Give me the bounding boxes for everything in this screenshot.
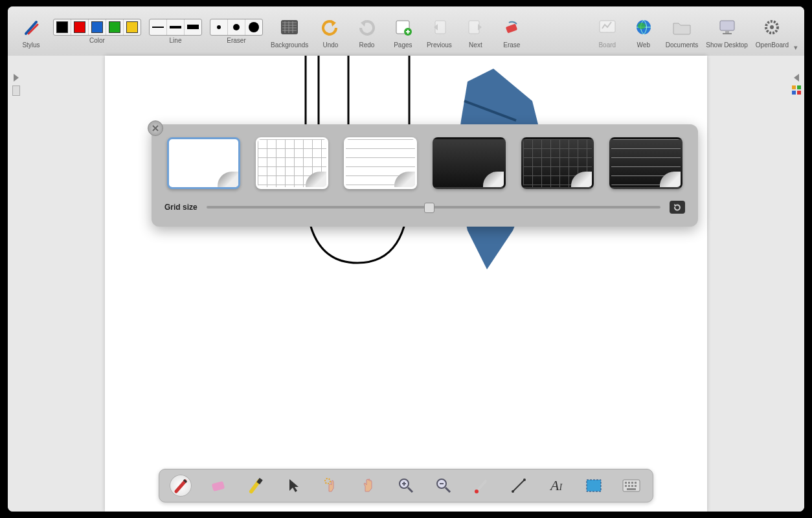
- bg-plain-white[interactable]: [167, 137, 240, 189]
- desktop-icon: [717, 19, 737, 36]
- board-icon: [598, 19, 616, 35]
- show-desktop-label: Show Desktop: [706, 41, 747, 49]
- redo-label: Redo: [359, 41, 374, 49]
- tool-highlighter[interactable]: [245, 475, 267, 497]
- pages-button[interactable]: [389, 14, 417, 40]
- line-thick[interactable]: [185, 19, 201, 35]
- web-label: Web: [637, 41, 650, 49]
- bg-lined-dark[interactable]: [609, 137, 682, 189]
- next-group: Next: [461, 14, 490, 49]
- svg-rect-46: [635, 485, 637, 487]
- openboard-label: OpenBoard: [756, 41, 789, 49]
- line-medium[interactable]: [167, 19, 185, 35]
- undo-label: Undo: [322, 41, 338, 49]
- eraser-large[interactable]: [245, 19, 262, 35]
- bg-grid-dark[interactable]: [521, 137, 594, 189]
- board-label: Board: [598, 41, 616, 49]
- board-button[interactable]: [593, 14, 622, 40]
- previous-button[interactable]: [425, 14, 453, 40]
- svg-point-35: [512, 490, 514, 493]
- backgrounds-button[interactable]: [275, 14, 304, 40]
- tool-laser[interactable]: [470, 475, 492, 497]
- hand-icon: [360, 477, 377, 494]
- erase-icon: [502, 19, 521, 36]
- show-desktop-group: Show Desktop: [706, 14, 747, 49]
- backgrounds-popup: Grid size: [152, 124, 698, 227]
- erase-group: Erase: [497, 14, 526, 49]
- slider-handle[interactable]: [424, 203, 434, 213]
- svg-rect-43: [625, 485, 627, 487]
- color-green[interactable]: [106, 19, 124, 35]
- svg-line-34: [513, 480, 524, 491]
- svg-rect-47: [627, 488, 636, 490]
- svg-rect-22: [792, 85, 796, 89]
- popup-close-button[interactable]: [148, 120, 163, 136]
- eraser-swatches: [210, 19, 263, 36]
- line-thin[interactable]: [150, 19, 167, 35]
- next-button[interactable]: [461, 14, 490, 40]
- grid-size-slider[interactable]: [207, 206, 660, 208]
- svg-rect-2: [281, 20, 298, 34]
- grid-size-reset-button[interactable]: [670, 201, 685, 214]
- backgrounds-icon: [280, 19, 299, 36]
- tool-capture[interactable]: [583, 475, 605, 497]
- bg-lined-white[interactable]: [344, 137, 417, 189]
- tool-zoom-in[interactable]: [395, 475, 417, 497]
- tool-zoom-out[interactable]: [433, 475, 455, 497]
- tool-interact[interactable]: [320, 475, 342, 497]
- svg-marker-4: [361, 20, 366, 27]
- previous-icon: [431, 19, 447, 36]
- color-yellow[interactable]: [124, 19, 141, 35]
- tool-pen[interactable]: [170, 475, 192, 497]
- tool-text[interactable]: AI: [545, 475, 567, 497]
- web-group: Web: [629, 14, 658, 49]
- svg-rect-27: [212, 481, 225, 491]
- tool-selector[interactable]: [282, 475, 304, 497]
- redo-icon: [358, 19, 375, 36]
- eraser-size-group: Eraser: [210, 19, 263, 44]
- keyboard-icon: [622, 479, 640, 492]
- svg-marker-29: [289, 479, 299, 492]
- stylus-button[interactable]: [17, 14, 45, 40]
- laser-icon: [473, 477, 490, 494]
- color-red[interactable]: [71, 19, 89, 35]
- svg-rect-39: [625, 482, 627, 484]
- line-tool-icon: [510, 477, 527, 494]
- stylus-label: Stylus: [22, 41, 39, 49]
- color-blue[interactable]: [89, 19, 106, 35]
- tool-scroll[interactable]: [357, 475, 379, 497]
- eraser-medium[interactable]: [228, 19, 245, 35]
- left-panel-handle[interactable]: [8, 56, 24, 512]
- undo-button[interactable]: [316, 14, 344, 40]
- eraser-small[interactable]: [210, 19, 228, 35]
- grid-size-label: Grid size: [164, 203, 197, 212]
- right-panel-handle[interactable]: [788, 56, 804, 512]
- next-icon: [468, 19, 483, 36]
- documents-button[interactable]: [668, 14, 696, 40]
- tool-eraser[interactable]: [207, 475, 229, 497]
- svg-rect-25: [797, 91, 801, 95]
- openboard-menu-button[interactable]: [758, 14, 786, 40]
- chevron-down-icon[interactable]: ▾: [794, 43, 798, 52]
- color-black[interactable]: [54, 19, 71, 35]
- web-button[interactable]: [629, 14, 658, 40]
- main-toolbar: Stylus Color Line: [8, 6, 804, 56]
- line-swatches: [149, 19, 202, 36]
- tool-virtual-keyboard[interactable]: [620, 475, 642, 497]
- svg-point-36: [523, 479, 526, 481]
- svg-point-30: [325, 479, 330, 484]
- undo-group: Undo: [316, 14, 344, 49]
- redo-button[interactable]: [352, 14, 381, 40]
- left-panel-icon: [12, 85, 20, 96]
- tool-line[interactable]: [508, 475, 530, 497]
- bg-plain-dark[interactable]: [433, 137, 506, 189]
- svg-point-33: [475, 490, 479, 493]
- pages-label: Pages: [394, 41, 412, 49]
- library-icon: [792, 85, 801, 95]
- show-desktop-button[interactable]: [713, 14, 741, 40]
- bg-grid-white[interactable]: [256, 137, 329, 189]
- erase-button[interactable]: [497, 14, 526, 40]
- svg-rect-17: [723, 33, 732, 34]
- backgrounds-group: Backgrounds: [271, 14, 308, 49]
- svg-rect-23: [797, 85, 801, 89]
